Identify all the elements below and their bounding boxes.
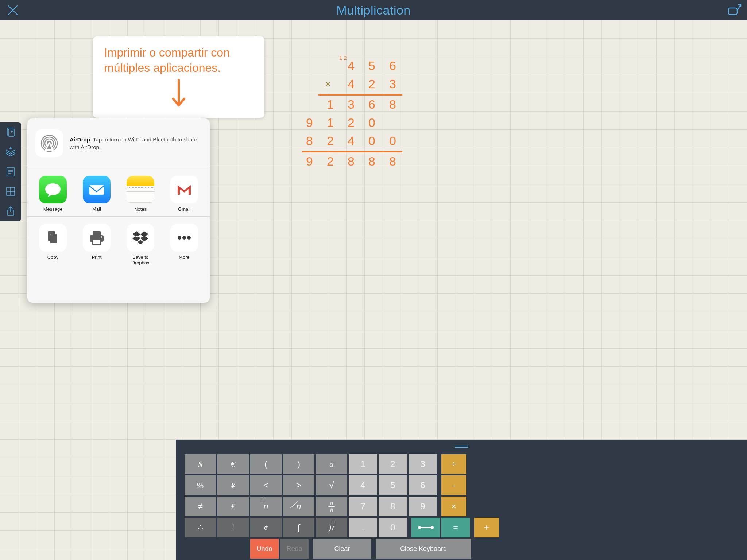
pages-icon[interactable] — [4, 126, 17, 139]
notes-icon — [127, 176, 154, 203]
layers-icon[interactable] — [4, 145, 17, 159]
share-notes[interactable]: Notes — [124, 176, 157, 212]
share-label: Mail — [92, 206, 101, 212]
rule-1 — [318, 94, 402, 96]
share-mail[interactable]: Mail — [80, 176, 113, 212]
callout-line1: Imprimir o compartir con — [104, 46, 230, 59]
svg-rect-15 — [93, 240, 101, 245]
action-more[interactable]: More — [168, 224, 201, 265]
copy-icon — [39, 224, 67, 252]
action-print[interactable]: Print — [80, 224, 113, 265]
action-label: Print — [92, 254, 102, 260]
share-label: Notes — [134, 206, 147, 212]
math-work: 1 2 456 ×423 1368 9120 82400 92888 — [303, 57, 400, 170]
share-message[interactable]: Message — [36, 176, 69, 212]
mail-icon — [83, 176, 111, 203]
action-copy[interactable]: Copy — [36, 224, 69, 265]
more-icon — [170, 224, 198, 252]
svg-point-19 — [187, 236, 191, 240]
action-label: Copy — [47, 254, 58, 260]
svg-point-18 — [182, 236, 186, 240]
callout-card: Imprimir o compartir con múltiples aplic… — [93, 36, 264, 118]
carry-digits: 1 2 — [339, 55, 347, 61]
svg-rect-2 — [8, 129, 14, 136]
share-icon[interactable] — [4, 205, 17, 218]
svg-point-17 — [178, 236, 181, 240]
close-button[interactable] — [5, 3, 20, 18]
dropbox-icon — [127, 224, 154, 252]
share-label: Gmail — [178, 206, 190, 212]
document-icon[interactable] — [4, 165, 17, 178]
airdrop-row[interactable]: AirDrop. Tap to turn on Wi-Fi and Blueto… — [27, 118, 210, 168]
left-toolbar — [0, 122, 21, 221]
svg-rect-14 — [93, 231, 101, 236]
gmail-icon — [170, 176, 198, 203]
share-sheet: AirDrop. Tap to turn on Wi-Fi and Blueto… — [27, 118, 210, 303]
svg-rect-10 — [89, 185, 104, 195]
app-header: Multiplication — [0, 0, 467, 20]
action-dropbox[interactable]: Save to Dropbox — [124, 224, 157, 265]
airdrop-icon — [35, 129, 63, 157]
print-icon — [83, 224, 111, 252]
share-gmail[interactable]: Gmail — [168, 176, 201, 212]
action-label: More — [179, 254, 190, 260]
svg-point-16 — [101, 236, 102, 238]
share-actions-row: Copy Print Save to Dropbox More — [27, 217, 210, 270]
airdrop-text: AirDrop. Tap to turn on Wi-Fi and Blueto… — [70, 136, 202, 151]
callout-line2: múltiples aplicaciones. — [104, 61, 221, 74]
page-title: Multiplication — [336, 3, 411, 18]
message-icon — [39, 176, 67, 203]
svg-rect-12 — [50, 234, 57, 244]
grid-icon[interactable] — [4, 185, 17, 198]
action-label: Save to Dropbox — [124, 254, 157, 265]
arrow-down-icon — [104, 79, 253, 110]
multiply-sign: × — [317, 78, 338, 90]
share-apps-row: Message Mail Notes Gmail — [27, 168, 210, 217]
share-label: Message — [43, 206, 63, 212]
rule-2 — [302, 151, 402, 152]
